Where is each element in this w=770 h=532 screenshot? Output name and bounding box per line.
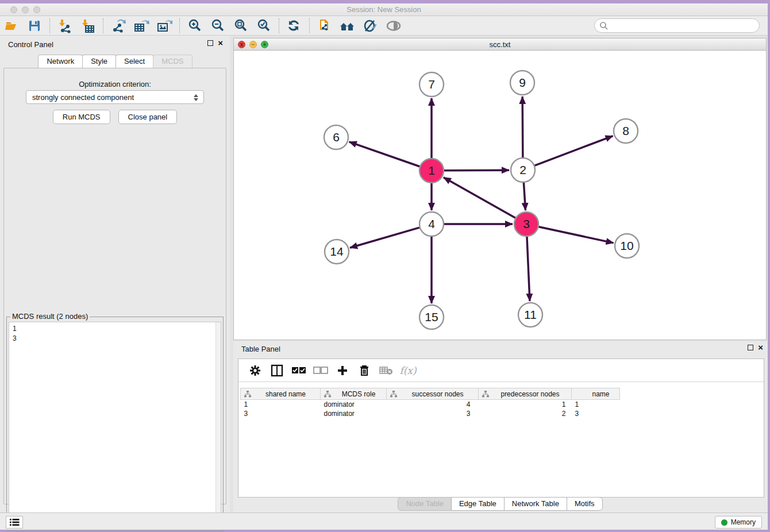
table-panel-title: Table Panel [241, 345, 280, 353]
graph-node-label-8: 8 [622, 124, 629, 137]
close-panel-icon[interactable]: × [758, 345, 763, 350]
edge-3-10[interactable] [538, 227, 613, 243]
task-history-button[interactable] [6, 516, 23, 529]
float-panel-icon[interactable] [207, 40, 213, 46]
column-header-successor-nodes[interactable]: successor nodes [387, 388, 479, 400]
delete-rows-icon[interactable] [356, 363, 372, 379]
column-header-MCDS-role[interactable]: MCDS role [321, 388, 387, 400]
table-tabs: Node TableEdge TableNetwork TableMotifs [233, 496, 768, 511]
control-tab-select[interactable]: Select [116, 55, 153, 68]
graph-node-label-6: 6 [333, 130, 340, 144]
export-image-icon[interactable] [156, 18, 173, 34]
search-input[interactable] [594, 18, 760, 33]
table-toolbar: f(x) [238, 359, 764, 382]
import-network-icon[interactable] [56, 18, 74, 34]
table-tab-network-table[interactable]: Network Table [504, 497, 567, 511]
graph-node-label-1: 1 [428, 164, 435, 177]
table-panel: Table Panel × [233, 341, 768, 512]
function-builder-icon[interactable]: f(x) [400, 363, 416, 379]
table-tab-node-table[interactable]: Node Table [398, 497, 452, 511]
apply-preferred-layout-icon[interactable] [286, 18, 303, 34]
table-tab-motifs[interactable]: Motifs [567, 497, 603, 511]
edge-1-6[interactable] [349, 142, 420, 167]
control-tab-style[interactable]: Style [82, 55, 116, 68]
network-frame-titlebar[interactable]: x − + scc.txt [234, 38, 766, 51]
app-window: Session: New Session [0, 3, 768, 530]
graph-node-label-11: 11 [524, 308, 537, 321]
close-panel-icon[interactable]: × [218, 40, 223, 46]
export-table-icon[interactable] [133, 18, 150, 34]
status-bar: Memory [0, 512, 768, 530]
toolbar-separator [279, 18, 279, 33]
column-header-shared-name[interactable]: shared name [241, 388, 321, 400]
network-canvas[interactable]: 7968124314101511 [234, 51, 766, 340]
mcds-result-group: MCDS result (2 nodes) 1 3 [6, 317, 224, 531]
graph-node-label-15: 15 [425, 310, 438, 323]
table-cell[interactable]: dominator [321, 409, 387, 418]
table-tab-edge-table[interactable]: Edge Table [451, 497, 505, 511]
graph-node-label-4: 4 [428, 217, 435, 230]
split-panel-icon[interactable] [269, 363, 285, 379]
edge-2-9[interactable] [522, 97, 523, 157]
memory-button[interactable]: Memory [715, 516, 762, 529]
import-table-icon[interactable] [79, 18, 97, 34]
run-mcds-button[interactable]: Run MCDS [53, 110, 110, 124]
table-cell[interactable]: 3 [387, 409, 479, 418]
column-type-icon [390, 391, 397, 399]
dropdown-selected-value: strongly connected component [32, 93, 134, 102]
edge-2-8[interactable] [535, 136, 613, 166]
show-hide-graphics-icon[interactable] [385, 18, 402, 34]
export-network-icon[interactable] [110, 18, 127, 34]
optimization-criterion-select[interactable]: strongly connected component [26, 90, 204, 104]
close-panel-button[interactable]: Close panel [118, 110, 178, 124]
delete-table-icon[interactable] [378, 363, 394, 379]
zoom-out-icon[interactable] [209, 18, 226, 34]
edge-3-11[interactable] [527, 237, 530, 301]
settings-icon[interactable] [247, 363, 263, 379]
table-cell[interactable]: 4 [387, 400, 479, 409]
clone-network-icon[interactable] [316, 18, 333, 34]
table-cell[interactable]: dominator [321, 400, 387, 409]
control-panel-title: Control Panel [8, 40, 53, 49]
control-tab-network[interactable]: Network [38, 55, 83, 68]
list-icon [9, 518, 20, 526]
node-table[interactable]: shared nameMCDS rolesuccessor nodesprede… [240, 388, 620, 418]
table-cell[interactable]: 1 [572, 400, 620, 409]
search-icon [599, 21, 609, 30]
graph-node-label-7: 7 [428, 78, 435, 91]
table-row[interactable]: 3dominator323 [241, 409, 620, 418]
save-session-icon[interactable] [26, 18, 43, 34]
column-header-predecessor-nodes[interactable]: predecessor nodes [479, 388, 572, 400]
table-cell[interactable]: 3 [572, 409, 620, 418]
edge-3-1[interactable] [444, 178, 515, 218]
clear-all-checks-icon[interactable] [313, 363, 329, 379]
zoom-in-icon[interactable] [186, 18, 203, 34]
graph-node-label-3: 3 [523, 217, 530, 230]
select-all-checks-icon[interactable] [291, 363, 307, 379]
titlebar: Session: New Session [0, 3, 768, 16]
table-cell[interactable]: 3 [241, 409, 321, 418]
table-cell[interactable]: 2 [479, 409, 572, 418]
table-cell[interactable]: 1 [241, 400, 321, 409]
table-cell[interactable]: 1 [479, 400, 572, 409]
mcds-result-list[interactable]: 1 3 [9, 322, 221, 529]
zoom-fit-content-icon[interactable] [232, 18, 249, 34]
open-cybrowser-icon[interactable] [339, 18, 356, 34]
graph-node-label-2: 2 [519, 163, 526, 176]
result-scrollbar[interactable] [215, 322, 221, 529]
edge-1-2[interactable] [444, 170, 509, 171]
workspace: Control Panel × NetworkStyleSelectMCDS O… [0, 36, 768, 512]
float-panel-icon[interactable] [748, 345, 753, 350]
open-session-icon[interactable] [3, 18, 20, 34]
control-tab-mcds[interactable]: MCDS [153, 55, 192, 68]
column-type-icon [324, 391, 331, 399]
column-header-name[interactable]: name [572, 388, 620, 400]
edge-2-3[interactable] [523, 183, 525, 210]
table-row[interactable]: 1dominator411 [241, 400, 620, 409]
add-row-icon[interactable] [334, 363, 351, 379]
control-panel-tabs: NetworkStyleSelectMCDS [0, 55, 230, 68]
apply-style-icon[interactable] [362, 18, 379, 34]
toolbar-separator [309, 18, 310, 33]
edge-4-14[interactable] [350, 228, 419, 248]
zoom-selected-icon[interactable] [255, 18, 272, 34]
